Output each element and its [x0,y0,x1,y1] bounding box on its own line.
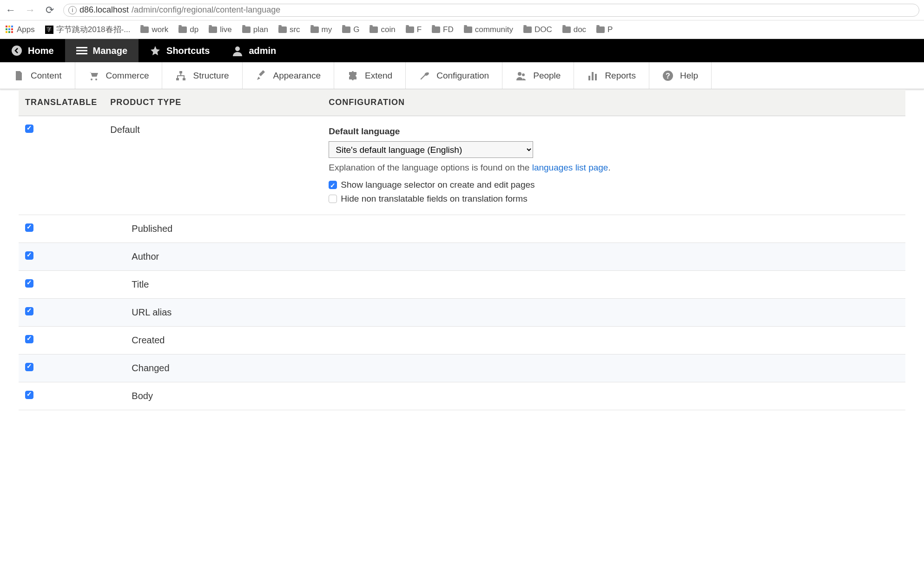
table-row: Created [19,326,905,354]
table-row: Published [19,215,905,243]
admin-menu-appearance[interactable]: Appearance [243,62,334,89]
folder-icon [140,26,149,33]
folder-icon [278,26,287,33]
product-type-label: Body [104,382,322,410]
puzzle-icon [347,70,358,81]
bookmark-folder-f[interactable]: F [406,25,422,34]
bookmark-folder-live[interactable]: live [209,25,232,34]
admin-menu-content[interactable]: Content [0,62,75,89]
table-row: Author [19,243,905,270]
show-language-selector-label: Show language selector on create and edi… [341,178,535,192]
translatable-checkbox[interactable] [25,307,33,315]
browser-nav-bar: ← → ⟳ i d86.localhost/admin/config/regio… [0,0,924,20]
wrench-icon [419,70,430,81]
svg-point-0 [12,46,22,56]
svg-rect-1 [76,47,87,48]
bookmark-folder-g[interactable]: G [342,25,359,34]
translatable-checkbox[interactable] [25,251,33,260]
header-product-type: PRODUCT TYPE [104,89,322,116]
star-icon [150,45,161,56]
bookmark-folder-community[interactable]: community [464,25,513,34]
svg-rect-12 [595,74,597,80]
cart-icon [88,70,99,81]
bookmark-folder-doc-lower[interactable]: doc [562,25,586,34]
header-translatable: TRANSLATABLE [19,89,104,116]
translatable-checkbox[interactable] [25,125,33,133]
apps-button[interactable]: Apps [6,25,35,34]
address-bar[interactable]: i d86.localhost/admin/config/regional/co… [63,4,919,17]
translatable-checkbox[interactable] [25,391,33,399]
bar-chart-icon [587,70,598,81]
table-row: URL alias [19,298,905,326]
folder-icon [370,26,378,33]
admin-menu-configuration[interactable]: Configuration [406,62,502,89]
forward-button[interactable]: → [24,4,36,16]
languages-list-link[interactable]: languages list page [532,163,608,172]
table-row: Changed [19,354,905,382]
translatable-checkbox[interactable] [25,335,33,343]
user-icon [232,45,243,56]
svg-rect-6 [176,78,179,80]
hide-non-translatable-checkbox[interactable] [329,195,337,203]
site-info-icon[interactable]: i [68,6,77,14]
admin-menu-help[interactable]: ?Help [649,62,712,89]
folder-icon [310,26,319,33]
svg-point-4 [235,46,240,51]
back-button[interactable]: ← [5,4,17,16]
translatable-checkbox[interactable] [25,279,33,288]
bookmark-folder-my[interactable]: my [310,25,332,34]
file-icon [13,70,24,81]
url-path: /admin/config/regional/content-language [132,5,280,15]
product-type-label: Author [104,243,322,270]
bookmarks-bar: Apps 字 字节跳动2018春招-... work dp live plan … [0,20,924,39]
default-language-select[interactable]: Site's default language (English) [329,141,533,158]
svg-rect-10 [588,76,590,80]
bookmark-folder-p[interactable]: P [596,25,613,34]
folder-icon [242,26,251,33]
svg-rect-2 [76,50,87,52]
toolbar-manage[interactable]: Manage [65,39,139,62]
admin-menu-structure[interactable]: Structure [162,62,242,89]
people-icon [515,70,527,81]
hierarchy-icon [175,70,186,81]
folder-icon [464,26,472,33]
bookmark-byte[interactable]: 字 字节跳动2018春招-... [45,24,131,35]
toolbar-shortcuts[interactable]: Shortcuts [139,39,221,62]
toolbar-admin[interactable]: admin [221,39,287,62]
help-icon: ? [662,70,673,81]
bookmark-folder-doc-upper[interactable]: DOC [523,25,552,34]
bookmark-folder-src[interactable]: src [278,25,300,34]
byte-icon: 字 [45,26,53,34]
show-language-selector-checkbox[interactable] [329,181,337,189]
bookmark-folder-fd[interactable]: FD [432,25,454,34]
folder-icon [342,26,350,33]
default-language-label: Default language [329,125,899,138]
reload-button[interactable]: ⟳ [44,4,56,16]
table-row: Title [19,270,905,298]
translatable-checkbox[interactable] [25,363,33,371]
table-row: Body [19,382,905,410]
bookmark-folder-coin[interactable]: coin [370,25,395,34]
admin-menu-commerce[interactable]: Commerce [75,62,163,89]
toolbar-home[interactable]: Home [0,39,65,62]
svg-rect-7 [183,78,185,80]
admin-menu: Content Commerce Structure Appearance Ex… [0,62,924,89]
config-block: Default language Site's default language… [329,125,899,206]
bookmark-folder-dp[interactable]: dp [178,25,198,34]
content-language-table-wrap: TRANSLATABLE PRODUCT TYPE CONFIGURATION … [0,89,924,410]
folder-icon [596,26,605,33]
bookmark-folder-work[interactable]: work [140,25,168,34]
admin-menu-people[interactable]: People [502,62,574,89]
hide-non-translatable-label: Hide non translatable fields on translat… [341,192,527,206]
admin-menu-reports[interactable]: Reports [574,62,649,89]
bookmark-folder-plan[interactable]: plan [242,25,268,34]
translatable-checkbox[interactable] [25,223,33,232]
hamburger-icon [76,45,87,56]
product-type-label: Changed [104,354,322,382]
folder-icon [432,26,440,33]
folder-icon [406,26,414,33]
product-type-label: Title [104,270,322,298]
admin-menu-extend[interactable]: Extend [334,62,406,89]
paintbrush-icon [256,70,267,81]
apps-icon [6,26,14,34]
